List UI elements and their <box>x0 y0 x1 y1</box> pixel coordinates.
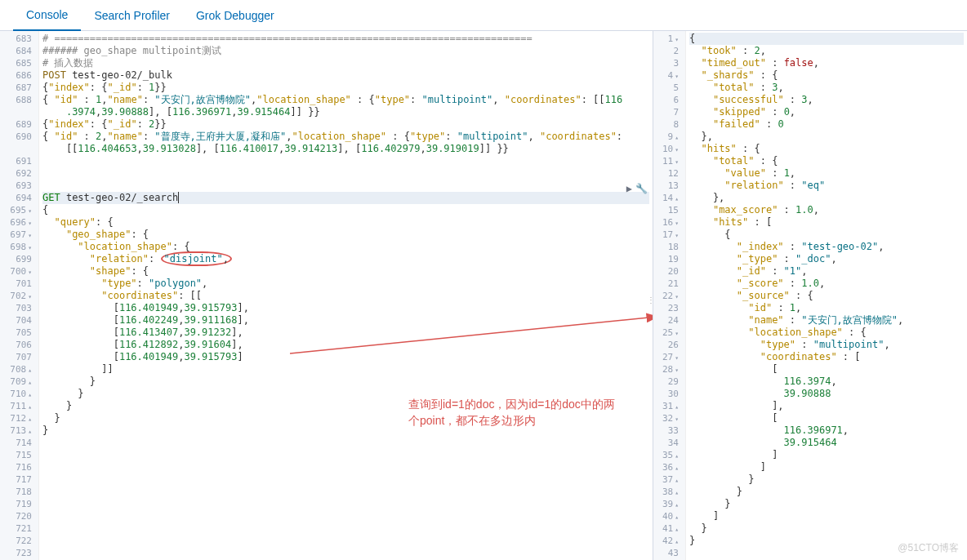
response-viewer[interactable]: 1234567891011121314151617181920212223242… <box>653 31 967 560</box>
pane-resize-handle[interactable]: ⋮ <box>647 296 653 304</box>
line-gutter-left: 6836846856866876886896906916926936946956… <box>0 31 39 560</box>
response-viewer-pane: 1234567891011121314151617181920212223242… <box>653 31 967 560</box>
dev-tools-tabs: Console Search Profiler Grok Debugger <box>0 0 967 31</box>
request-actions: ▶ 🔧 <box>626 183 648 194</box>
tab-console[interactable]: Console <box>13 0 81 31</box>
wrench-icon[interactable]: 🔧 <box>635 183 648 194</box>
annotation-text: 查询到id=1的doc，因为id=1的doc中的两 个point，都不在多边形内 <box>408 397 645 429</box>
tab-grok-debugger[interactable]: Grok Debugger <box>183 1 287 30</box>
watermark: @51CTO博客 <box>898 541 959 555</box>
request-editor-pane: 6836846856866876886896906916926936946956… <box>0 31 653 560</box>
play-icon[interactable]: ▶ <box>626 183 632 194</box>
request-editor[interactable]: 6836846856866876886896906916926936946956… <box>0 31 653 560</box>
code-left[interactable]: # ======================================… <box>39 31 653 560</box>
line-gutter-right: 1234567891011121314151617181920212223242… <box>653 31 686 560</box>
split-panes: 6836846856866876886896906916926936946956… <box>0 31 967 560</box>
tab-search-profiler[interactable]: Search Profiler <box>81 1 183 30</box>
code-right: { "took" : 2, "timed_out" : false, "_sha… <box>686 31 967 560</box>
